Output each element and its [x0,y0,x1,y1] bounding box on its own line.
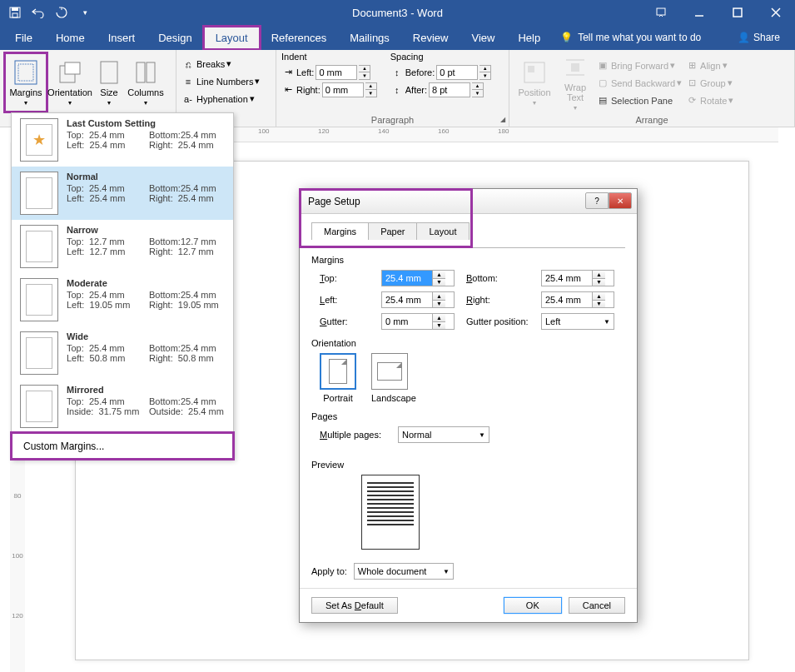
indent-right-icon: ⇤ [281,83,295,97]
bring-forward-icon: ▣ [596,59,609,72]
portrait-option[interactable]: Portrait [320,353,356,403]
svg-rect-2 [12,13,17,17]
indent-left-input[interactable] [316,65,357,80]
margin-thumb-icon [20,225,58,268]
dialog-help-icon[interactable]: ? [585,192,609,209]
margin-option-mirrored[interactable]: MirroredTop: 25.4 mmBottom:25.4 mmInside… [12,380,233,433]
svg-rect-11 [65,62,80,74]
minimize-icon[interactable] [680,0,718,25]
menu-bar: File Home Insert Design Layout Reference… [0,25,795,50]
margin-option-last-custom-setting[interactable]: Last Custom SettingTop: 25.4 mmBottom:25… [12,113,233,167]
undo-icon[interactable] [30,4,47,21]
chevron-down-icon: ▾ [24,99,27,107]
custom-margins-item[interactable]: Custom Margins... [12,433,233,459]
landscape-option[interactable]: Landscape [371,353,416,403]
selection-pane-button[interactable]: ▤ Selection Pane [596,92,682,109]
spacing-before-spinner[interactable]: ▲▼ [479,65,491,80]
redo-icon[interactable] [53,4,70,21]
gutter-spinbox[interactable]: ▲▼ [381,313,455,330]
align-icon: ⊞ [685,59,698,72]
indent-left-spinner[interactable]: ▲▼ [359,65,370,80]
selection-pane-icon: ▤ [596,94,609,107]
dialog-close-icon[interactable]: ✕ [609,192,632,209]
maximize-icon[interactable] [718,0,757,25]
hyphenation-button[interactable]: a- Hyphenation ▾ [181,90,271,107]
orientation-button[interactable]: Orientation ▾ [47,53,93,112]
menu-review[interactable]: Review [401,27,460,49]
gutter-label: Gutter: [320,316,370,326]
size-icon [96,59,122,86]
svg-rect-1 [12,7,18,11]
quick-access-toolbar: ▾ [0,4,93,21]
share-icon: 👤 [738,32,750,43]
spacing-after-spinner[interactable]: ▲▼ [472,82,484,97]
apply-to-select[interactable]: Whole document▼ [354,563,454,580]
menu-insert[interactable]: Insert [97,27,147,49]
ribbon-options-icon[interactable] [642,0,680,25]
menu-references[interactable]: References [260,27,338,49]
columns-icon [132,59,159,86]
group-label-arrange: Arrange [509,115,794,125]
menu-file[interactable]: File [3,27,44,49]
gutter-pos-select[interactable]: Left▼ [541,313,614,330]
right-input[interactable] [542,292,592,307]
indent-left-icon: ⇥ [281,66,295,79]
left-spinbox[interactable]: ▲▼ [381,291,455,308]
save-icon[interactable] [7,4,23,21]
lightbulb-icon: 💡 [560,32,573,43]
tab-layout[interactable]: Layout [416,222,469,240]
set-default-button[interactable]: Set As Default [311,597,398,614]
left-label: Left: [320,295,370,305]
dialog-titlebar[interactable]: Page Setup ? ✕ [300,189,637,214]
indent-label: Indent [281,52,377,62]
breaks-button[interactable]: ⎌ Breaks ▾ [181,55,271,72]
margin-option-narrow[interactable]: NarrowTop: 12.7 mmBottom:12.7 mmLeft: 12… [12,220,233,273]
indent-right-input[interactable] [322,82,364,97]
tab-margins[interactable]: Margins [311,222,369,240]
right-spinbox[interactable]: ▲▼ [541,291,614,308]
cancel-button[interactable]: Cancel [569,597,625,614]
spacing-label: Spacing [390,52,491,62]
gutter-input[interactable] [382,314,432,329]
svg-rect-9 [18,64,33,81]
margin-option-moderate[interactable]: ModerateTop: 25.4 mmBottom:25.4 mmLeft: … [12,273,233,326]
menu-home[interactable]: Home [44,27,97,49]
spacing-before-input[interactable] [436,65,478,80]
bottom-input[interactable] [542,271,592,286]
svg-rect-16 [528,66,534,72]
menu-view[interactable]: View [460,27,506,49]
margins-label: Margins [9,87,42,97]
spacing-after-input[interactable] [429,82,470,97]
gutter-pos-label: Gutter position: [466,316,529,326]
bottom-spinbox[interactable]: ▲▼ [541,270,614,286]
tab-paper[interactable]: Paper [368,222,417,240]
multiple-pages-select[interactable]: Normal▼ [398,426,489,443]
qat-customize-icon[interactable]: ▾ [77,4,93,21]
preview-box [361,475,420,550]
left-input[interactable] [382,292,432,307]
menu-layout[interactable]: Layout [204,27,260,49]
tell-me-search[interactable]: 💡 Tell me what you want to do [560,32,701,43]
indent-right-spinner[interactable]: ▲▼ [365,82,377,97]
columns-button[interactable]: Columns ▾ [125,53,166,112]
group-label-paragraph: Paragraph [276,115,509,125]
top-input[interactable] [382,271,432,286]
ribbon-group-arrange: Position▾ Wrap Text▾ ▣ Bring Forward ▾ ▢… [509,50,795,127]
ok-button[interactable]: OK [504,597,562,614]
line-numbers-button[interactable]: ≡ Line Numbers ▾ [181,72,271,90]
paragraph-launcher[interactable]: ◢ [500,116,505,123]
svg-rect-5 [733,8,742,17]
menu-mailings[interactable]: Mailings [338,27,401,49]
margin-option-wide[interactable]: WideTop: 25.4 mmBottom:25.4 mmLeft: 50.8… [12,326,233,380]
margins-dropdown: Last Custom SettingTop: 25.4 mmBottom:25… [11,112,234,460]
share-button[interactable]: 👤 Share [726,27,792,48]
margin-option-normal[interactable]: NormalTop: 25.4 mmBottom:25.4 mmLeft: 25… [12,167,233,220]
size-button[interactable]: Size ▾ [93,53,125,112]
menu-design[interactable]: Design [147,27,203,49]
rotate-icon: ⟳ [685,94,698,107]
top-spinbox[interactable]: ▲▼ [381,270,455,286]
margins-button[interactable]: Margins ▾ [5,53,47,112]
menu-help[interactable]: Help [506,27,552,49]
close-icon[interactable] [757,0,795,25]
multiple-pages-label: Multiple pages: [320,430,381,440]
